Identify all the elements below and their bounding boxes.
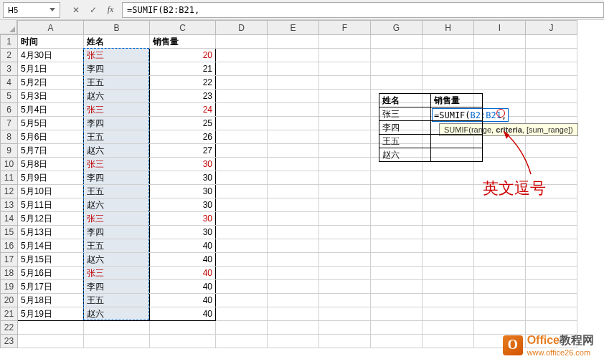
cell-A21[interactable]: 5月19日 bbox=[18, 307, 84, 321]
cell-D18[interactable] bbox=[216, 267, 268, 280]
cell-C6[interactable]: 24 bbox=[150, 103, 216, 117]
cell-J6[interactable] bbox=[526, 103, 577, 117]
cell-B19[interactable]: 李四 bbox=[84, 280, 150, 294]
cell-H17[interactable] bbox=[423, 253, 474, 267]
cell-E10[interactable] bbox=[268, 158, 319, 171]
cell-I4[interactable] bbox=[474, 76, 526, 90]
summary-val-3[interactable] bbox=[431, 148, 483, 162]
cell-D17[interactable] bbox=[216, 253, 268, 267]
summary-header-name[interactable]: 姓名 bbox=[379, 94, 431, 107]
cell-E11[interactable] bbox=[268, 171, 319, 185]
column-header-J[interactable]: J bbox=[526, 21, 577, 35]
cell-F10[interactable] bbox=[319, 158, 371, 171]
summary-name-1[interactable]: 李四 bbox=[379, 121, 431, 135]
cell-H15[interactable] bbox=[423, 226, 474, 239]
cell-D9[interactable] bbox=[216, 144, 268, 158]
cell-D20[interactable] bbox=[216, 294, 268, 307]
row-header-20[interactable]: 20 bbox=[1, 294, 18, 307]
cell-G22[interactable] bbox=[371, 321, 423, 335]
row-header-6[interactable]: 6 bbox=[1, 103, 18, 117]
cell-J5[interactable] bbox=[526, 90, 577, 103]
cell-H13[interactable] bbox=[423, 198, 474, 212]
cell-E13[interactable] bbox=[268, 198, 319, 212]
cancel-formula-icon[interactable]: ✕ bbox=[70, 4, 82, 16]
cell-B8[interactable]: 王五 bbox=[84, 130, 150, 144]
cell-D6[interactable] bbox=[216, 103, 268, 117]
cell-D11[interactable] bbox=[216, 171, 268, 185]
cell-A12[interactable]: 5月10日 bbox=[18, 185, 84, 198]
cell-C19[interactable]: 40 bbox=[150, 280, 216, 294]
row-header-21[interactable]: 21 bbox=[1, 307, 18, 321]
cell-J20[interactable] bbox=[526, 294, 577, 307]
cell-H3[interactable] bbox=[423, 62, 474, 76]
cell-J1[interactable] bbox=[526, 35, 577, 49]
insert-function-icon[interactable]: fx bbox=[105, 4, 116, 16]
cell-E4[interactable] bbox=[268, 76, 319, 90]
cell-F9[interactable] bbox=[319, 144, 371, 158]
cell-G2[interactable] bbox=[371, 49, 423, 62]
cell-H22[interactable] bbox=[423, 321, 474, 335]
cell-D2[interactable] bbox=[216, 49, 268, 62]
cell-C20[interactable]: 40 bbox=[150, 294, 216, 307]
summary-val-0[interactable] bbox=[431, 107, 483, 121]
cell-G14[interactable] bbox=[371, 212, 423, 226]
cell-F16[interactable] bbox=[319, 239, 371, 253]
cell-A14[interactable]: 5月12日 bbox=[18, 212, 84, 226]
cell-C16[interactable]: 40 bbox=[150, 239, 216, 253]
row-header-4[interactable]: 4 bbox=[1, 76, 18, 90]
cell-H16[interactable] bbox=[423, 239, 474, 253]
summary-header-val[interactable]: 销售量 bbox=[431, 94, 483, 107]
cell-E18[interactable] bbox=[268, 267, 319, 280]
cell-E1[interactable] bbox=[268, 35, 319, 49]
cell-A20[interactable]: 5月18日 bbox=[18, 294, 84, 307]
cell-C4[interactable]: 22 bbox=[150, 76, 216, 90]
cell-E15[interactable] bbox=[268, 226, 319, 239]
row-header-18[interactable]: 18 bbox=[1, 267, 18, 280]
cell-A19[interactable]: 5月17日 bbox=[18, 280, 84, 294]
cell-A16[interactable]: 5月14日 bbox=[18, 239, 84, 253]
cell-I2[interactable] bbox=[474, 49, 526, 62]
cell-E17[interactable] bbox=[268, 253, 319, 267]
row-header-7[interactable]: 7 bbox=[1, 117, 18, 130]
cell-D23[interactable] bbox=[216, 335, 268, 348]
cell-B23[interactable] bbox=[84, 335, 150, 348]
cell-E5[interactable] bbox=[268, 90, 319, 103]
cell-A9[interactable]: 5月7日 bbox=[18, 144, 84, 158]
name-box[interactable]: H5 bbox=[3, 2, 60, 18]
cell-J9[interactable] bbox=[526, 144, 577, 158]
cell-F7[interactable] bbox=[319, 117, 371, 130]
cell-A7[interactable]: 5月5日 bbox=[18, 117, 84, 130]
cell-I20[interactable] bbox=[474, 294, 526, 307]
summary-val-1[interactable] bbox=[431, 121, 483, 135]
cell-G11[interactable] bbox=[371, 171, 423, 185]
cell-H1[interactable] bbox=[423, 35, 474, 49]
row-header-9[interactable]: 9 bbox=[1, 144, 18, 158]
cell-C14[interactable]: 30 bbox=[150, 212, 216, 226]
cell-E6[interactable] bbox=[268, 103, 319, 117]
row-header-3[interactable]: 3 bbox=[1, 62, 18, 76]
row-header-2[interactable]: 2 bbox=[1, 49, 18, 62]
column-header-E[interactable]: E bbox=[268, 21, 319, 35]
cell-F3[interactable] bbox=[319, 62, 371, 76]
cell-B15[interactable]: 李四 bbox=[84, 226, 150, 239]
cell-G4[interactable] bbox=[371, 76, 423, 90]
confirm-formula-icon[interactable]: ✓ bbox=[88, 4, 99, 16]
cell-D16[interactable] bbox=[216, 239, 268, 253]
cell-A4[interactable]: 5月2日 bbox=[18, 76, 84, 90]
cell-F20[interactable] bbox=[319, 294, 371, 307]
cell-J21[interactable] bbox=[526, 307, 577, 321]
cell-B2[interactable]: 张三 bbox=[84, 49, 150, 62]
cell-G13[interactable] bbox=[371, 198, 423, 212]
column-header-A[interactable]: A bbox=[18, 21, 84, 35]
cell-G21[interactable] bbox=[371, 307, 423, 321]
row-header-14[interactable]: 14 bbox=[1, 212, 18, 226]
cell-I22[interactable] bbox=[474, 321, 526, 335]
cell-C13[interactable]: 30 bbox=[150, 198, 216, 212]
row-header-5[interactable]: 5 bbox=[1, 90, 18, 103]
cell-A13[interactable]: 5月11日 bbox=[18, 198, 84, 212]
row-header-1[interactable]: 1 bbox=[1, 35, 18, 49]
cell-B12[interactable]: 王五 bbox=[84, 185, 150, 198]
cell-E16[interactable] bbox=[268, 239, 319, 253]
cell-F2[interactable] bbox=[319, 49, 371, 62]
cell-E19[interactable] bbox=[268, 280, 319, 294]
